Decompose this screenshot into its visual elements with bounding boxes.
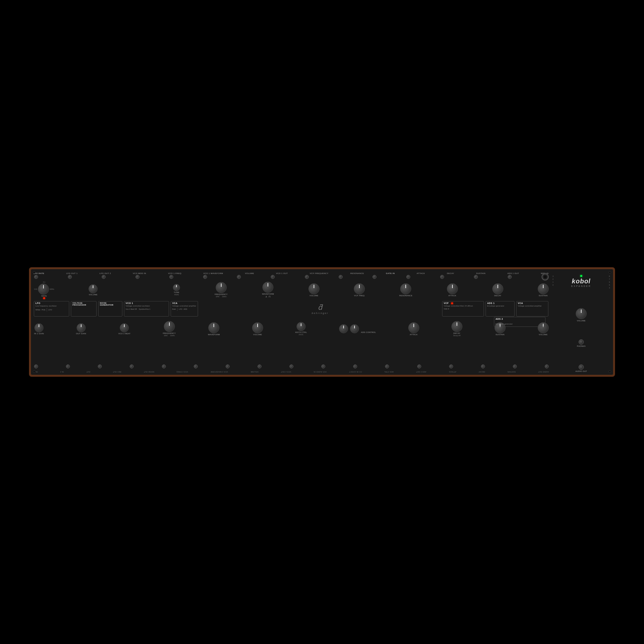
label-vca2-volume: VOLUME [253,334,262,336]
jack-vcf-audio-in[interactable] [321,365,325,368]
label-resonance-knob: RESONANCE [399,295,412,297]
jack-noise-out[interactable] [162,365,166,368]
jack-ads1-out[interactable] [508,275,512,279]
led-lfo [43,297,45,299]
knob-vco1-freq[interactable] [216,282,227,293]
jack-sustain-bot[interactable] [513,365,517,368]
jack-attack-bot[interactable] [449,365,453,368]
led-vcf-gate [451,302,453,304]
label-vca-final-volume: VOLUME [539,334,547,336]
vca1-subtitle: Voltage controlled amplifier [172,305,196,307]
knob-resonance[interactable] [400,283,411,294]
bl-ads2-out: ADS 2 OUT [416,371,426,373]
jack-gate-in[interactable] [373,275,376,279]
jack-phones[interactable] [579,339,584,345]
screw-tr [609,271,611,274]
jack-out[interactable] [98,365,102,368]
knob-vco2-waveform[interactable] [208,322,219,333]
midi-din-in[interactable] [542,273,549,280]
label-vcf-freq-knob: VCF FREQ [354,295,365,297]
knob-vcf-freq[interactable] [354,283,365,294]
label-master-volume: VOLUME [577,320,585,322]
knob-vca2-volume[interactable] [252,322,263,333]
ads1-title: ADS 1 [487,302,495,304]
jack-lfo-out1[interactable] [68,275,72,279]
bl-out: OUT [86,371,90,373]
vp-title: VOLTAGE PROCESSOR [72,302,95,306]
section-voltage-processor: VOLTAGE PROCESSOR [71,301,97,317]
knob-out-gain[interactable] [77,323,86,332]
label-ads1-decay: DECAY [494,295,501,297]
jack-vco1-freq[interactable] [169,275,173,279]
jack-vco-mod-in[interactable] [136,275,139,279]
label-vco2-beat: VCO 2 BEAT [118,333,130,335]
lfo-subtitle: Low frequency oscillator [35,305,68,307]
knob-master-volume[interactable] [576,308,587,319]
jack-resonance[interactable] [339,275,343,279]
jack-rev-out[interactable] [130,365,134,368]
knob-ads-ctrl-2[interactable] [350,324,359,333]
knob-ads1-attack[interactable] [447,283,458,294]
led-power [580,275,582,277]
knob-ads1-sustain[interactable] [538,283,549,294]
vca1-title: VCA [172,302,177,304]
label-vco1-freq-knob: FREQUENCY [214,293,227,295]
knob-vco2-beat[interactable] [120,323,129,332]
label-out-gain: OUT GAIN [76,333,86,335]
jack-audio-out[interactable] [545,365,549,368]
knob-vco1-waveform[interactable] [262,282,273,293]
jack-lfo-rate[interactable] [34,275,38,279]
bl-in2: IN 2 [60,371,64,373]
jack-attack-top[interactable] [406,275,410,279]
label-vco-tune: TUNE [174,291,180,293]
bl-vco2-wf: VCO 2 WAVEFORM [211,371,228,373]
bl-decay-bot: DECAY [478,371,485,373]
label-ads-control: ADS CONTROL [361,331,376,333]
jack-audio-out-r[interactable] [579,365,584,370]
vco1-title: VCO 1 [126,302,133,304]
screw-tl [33,271,35,274]
knob-ads1-decay[interactable] [492,283,503,294]
bl-attack-bot: ATTACK [449,371,456,373]
jack-cv-in[interactable] [353,365,357,368]
vco1-subtitle: Voltage controlled oscillator [126,305,167,307]
knob-lfo-volume[interactable] [89,284,98,293]
jack-sustain-top[interactable] [474,275,478,279]
jack-vco2-waveform-bot[interactable] [226,365,230,368]
jack-ads-ctrl[interactable] [385,365,389,368]
bl-vco2-freq: VCO 2 FREQ [176,371,188,373]
jack-in1[interactable] [34,365,38,368]
bl-audio-out: AUDIO OUT [538,371,549,373]
jack-vco2-freq-bot[interactable] [194,365,198,368]
bl-rev-out: REV OUT [113,371,121,373]
jack-decay-bot[interactable] [481,365,485,368]
label-lfo-volume: VOLUME [89,294,98,296]
lfo-title: LFO [35,302,41,304]
knob-vco-tune[interactable] [173,284,180,291]
knob-vco2-freq[interactable] [164,321,175,332]
jack-vcf-freq[interactable] [305,275,309,279]
knob-ads2-attack[interactable] [408,322,419,333]
jack-ads2-out[interactable] [417,365,421,368]
label-keys-ctrl: KEYS CTRL [295,331,307,333]
knob-in1-gain[interactable] [34,323,43,332]
ads2-subtitle: Envelope generator [496,323,513,325]
knob-ads2-decay[interactable] [451,321,462,332]
behringer-logo-text: behringer [312,312,328,315]
jack-in2[interactable] [66,365,70,368]
knob-ads-ctrl-1[interactable] [339,324,348,333]
knob-lfo-rate[interactable] [38,284,49,295]
bl-sustain-bot: SUSTAIN [507,371,516,373]
jack-vco1-out[interactable] [271,275,275,279]
jack-volume-top[interactable] [237,275,241,279]
knob-keys-ctrl[interactable] [297,322,306,331]
jack-volume-bot[interactable] [258,365,261,368]
label-vco2-waveform-knob: WAVEFORM [208,334,220,336]
jack-decay-top[interactable] [440,275,444,279]
label-ads1-sustain: SUSTAIN [539,295,548,297]
jack-vco2-out[interactable] [289,365,293,368]
bl-cv-in: CV IN 1V/OCT [349,371,362,373]
jack-vco1-waveform[interactable] [203,275,207,279]
jack-lfo-out2[interactable] [102,275,106,279]
knob-vca1-volume[interactable] [308,283,319,294]
